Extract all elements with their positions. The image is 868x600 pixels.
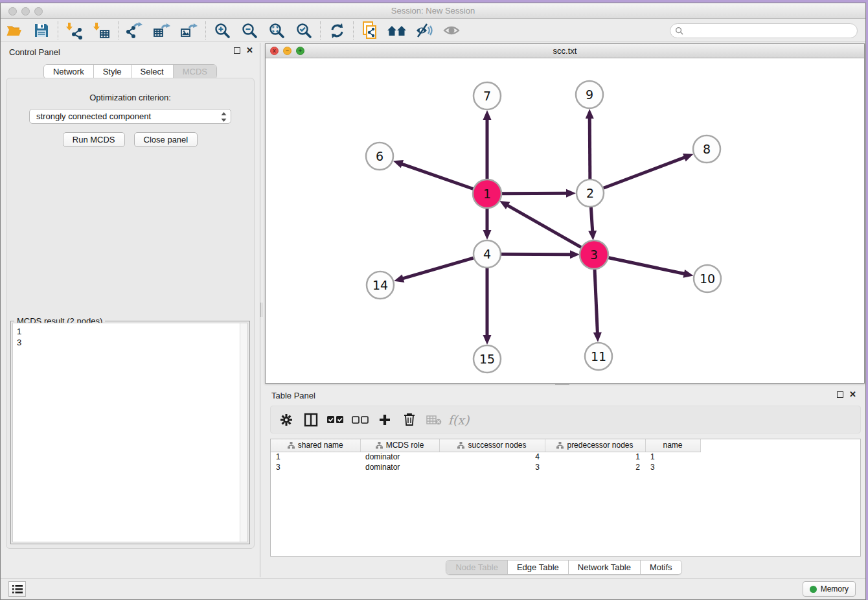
edge-1-6[interactable]: [401, 164, 474, 189]
column-header-name[interactable]: name: [645, 439, 700, 452]
arrowhead-4-15: [483, 335, 492, 345]
arrowhead-2-9: [586, 109, 594, 119]
column-type-icon: [376, 442, 383, 449]
node-label-7: 7: [483, 89, 491, 103]
search-field[interactable]: [670, 23, 858, 38]
add-column-icon[interactable]: [374, 409, 395, 431]
search-icon: [675, 27, 683, 35]
column-header-MCDS-role[interactable]: MCDS role: [360, 439, 439, 452]
node-label-8: 8: [703, 142, 711, 156]
node-label-6: 6: [376, 149, 383, 163]
tab-network[interactable]: Network: [44, 65, 94, 78]
show-columns-icon[interactable]: [301, 409, 321, 431]
hide-selected-icon[interactable]: [411, 20, 438, 41]
arrowhead-1-7: [483, 110, 492, 120]
node-label-9: 9: [586, 87, 593, 102]
node-label-11: 11: [591, 349, 606, 363]
node-label-15: 15: [479, 352, 495, 366]
tab-motifs[interactable]: Motifs: [641, 560, 681, 574]
edge-2-8[interactable]: [604, 157, 686, 188]
deselect-all-icon[interactable]: [350, 409, 371, 431]
zoom-in-icon[interactable]: [209, 20, 236, 41]
close-panel-icon[interactable]: ✕: [246, 47, 253, 54]
arrowhead-1-4: [483, 230, 492, 240]
close-panel-button[interactable]: Close panel: [134, 132, 198, 147]
import-table-icon[interactable]: [88, 20, 115, 41]
task-history-button[interactable]: [8, 581, 26, 597]
tab-mcds[interactable]: MCDS: [174, 65, 216, 78]
memory-button[interactable]: Memory: [803, 581, 856, 597]
tab-edge-table[interactable]: Edge Table: [508, 560, 569, 574]
run-mcds-button[interactable]: Run MCDS: [63, 132, 125, 147]
toolbar-separator: [320, 21, 321, 40]
refresh-network-icon[interactable]: [323, 20, 350, 41]
cell-MCDS-role: dominator: [360, 462, 439, 472]
import-network-icon[interactable]: [61, 20, 88, 41]
select-all-icon[interactable]: [325, 409, 346, 431]
toolbar-separator: [205, 21, 206, 40]
export-image-icon[interactable]: [176, 20, 203, 41]
float-table-panel-icon[interactable]: [837, 391, 843, 398]
delete-column-icon[interactable]: [399, 409, 420, 431]
node-label-3: 3: [590, 248, 598, 262]
arrowhead-4-14: [394, 274, 404, 282]
optimization-criterion-label: Optimization criterion:: [6, 93, 254, 102]
export-table-icon[interactable]: [148, 20, 176, 41]
table-panel-header: Table Panel ✕: [262, 386, 865, 403]
tab-style[interactable]: Style: [94, 65, 131, 78]
search-input[interactable]: [687, 27, 857, 36]
vertical-splitter-handle[interactable]: [260, 303, 262, 317]
zoom-selected-icon[interactable]: [290, 20, 317, 41]
node-table: shared nameMCDS rolesuccessor nodesprede…: [271, 439, 711, 472]
edge-4-14[interactable]: [402, 258, 474, 279]
cell-name: 1: [645, 452, 700, 462]
memory-label: Memory: [821, 584, 849, 594]
edge-4-3[interactable]: [501, 254, 571, 255]
neighbors-icon[interactable]: [383, 20, 411, 41]
edge-3-1[interactable]: [507, 205, 581, 248]
cell-successor-nodes: 4: [439, 452, 545, 462]
show-all-icon[interactable]: [438, 20, 465, 41]
arrowhead-2-8: [683, 154, 693, 161]
table-panel-title: Table Panel: [271, 391, 315, 400]
network-view-window: x – + scc.txt 7968124314101511: [265, 43, 865, 384]
mcds-result-groupbox: MCDS result (2 nodes) 1 3: [10, 321, 250, 544]
close-table-panel-icon[interactable]: ✕: [849, 391, 856, 398]
edge-3-10[interactable]: [608, 258, 685, 274]
tab-node-table[interactable]: Node Table: [446, 560, 508, 574]
column-header-shared-name[interactable]: shared name: [271, 439, 360, 452]
column-type-icon: [457, 442, 464, 449]
result-scrollbar[interactable]: [240, 323, 247, 542]
node-table-container: shared nameMCDS rolesuccessor nodesprede…: [270, 439, 861, 557]
app-window: Session: New Session: [0, 3, 866, 600]
zoom-fit-icon[interactable]: [263, 20, 290, 41]
zoom-out-icon[interactable]: [236, 20, 263, 41]
save-session-icon[interactable]: [28, 20, 55, 41]
toolbar-separator: [353, 21, 354, 40]
settings-icon[interactable]: [276, 409, 297, 431]
main-toolbar: [1, 19, 865, 42]
edge-1-2[interactable]: [501, 193, 567, 194]
mcds-tab-content: Optimization criterion: strongly connect…: [6, 78, 255, 549]
edge-3-11[interactable]: [595, 269, 597, 334]
toolbar-separator: [118, 21, 119, 40]
node-label-2: 2: [586, 186, 594, 200]
edge-2-9[interactable]: [589, 117, 590, 179]
criterion-dropdown[interactable]: strongly connected component: [29, 109, 231, 124]
table-row[interactable]: 1dominator411: [271, 452, 711, 462]
column-header-successor-nodes[interactable]: successor nodes: [439, 439, 545, 452]
node-label-1: 1: [483, 187, 491, 201]
network-canvas[interactable]: 7968124314101511: [266, 58, 864, 383]
tab-network-table[interactable]: Network Table: [569, 560, 641, 574]
column-header-predecessor-nodes[interactable]: predecessor nodes: [545, 439, 645, 452]
table-row[interactable]: 3dominator323: [271, 462, 711, 472]
cell-predecessor-nodes: 2: [545, 462, 645, 472]
open-session-icon[interactable]: [1, 20, 28, 41]
column-type-icon: [288, 442, 295, 449]
export-network-icon[interactable]: [121, 20, 148, 41]
tab-select[interactable]: Select: [131, 65, 174, 78]
mcds-result-text: 1 3: [13, 323, 247, 351]
edge-2-3[interactable]: [591, 207, 592, 232]
copy-network-icon[interactable]: [356, 20, 383, 41]
float-panel-icon[interactable]: [234, 47, 240, 54]
